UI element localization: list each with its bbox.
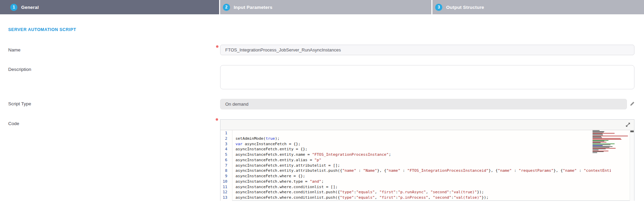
line-number: 2 xyxy=(220,136,232,141)
code-line: 10asyncInstanceFetch.where.type = "and"; xyxy=(220,179,611,184)
description-textarea[interactable] xyxy=(220,65,634,89)
line-number: 10 xyxy=(220,179,232,184)
code-editor: 12setAdminMode(true);3var asyncInstanceF… xyxy=(220,119,634,201)
code-line: 7asyncInstanceFetch.entity.attributelist… xyxy=(220,163,611,168)
step-general[interactable]: 1 General xyxy=(0,0,219,14)
server-automation-script-page: 1 General 2 Input Parameters 3 Output St… xyxy=(0,0,644,212)
code-line: 3var asyncInstanceFetch = {}; xyxy=(220,141,611,147)
required-indicator-icon xyxy=(216,118,218,121)
line-number: 3 xyxy=(220,141,232,147)
line-number: 11 xyxy=(220,184,232,190)
line-number: 4 xyxy=(220,147,232,152)
line-number: 9 xyxy=(220,173,232,179)
code-line: 9asyncInstanceFetch.where = {}; xyxy=(220,173,611,179)
section-title: SERVER AUTOMATION SCRIPT xyxy=(8,27,76,32)
code-editor-body[interactable]: 12setAdminMode(true);3var asyncInstanceF… xyxy=(220,130,634,201)
editor-vertical-scrollbar[interactable] xyxy=(630,130,634,201)
line-number: 12 xyxy=(220,190,232,195)
code-minimap[interactable] xyxy=(590,130,630,154)
scrollbar-thumb[interactable] xyxy=(630,131,634,132)
required-indicator-icon xyxy=(216,45,218,48)
expand-icon xyxy=(626,122,630,127)
code-line: 6asyncInstanceFetch.entity.alias = "p" xyxy=(220,157,611,163)
line-number: 8 xyxy=(220,168,232,173)
step-1-label: General xyxy=(21,5,39,10)
step-input-parameters[interactable]: 2 Input Parameters xyxy=(220,0,432,14)
step-3-badge: 3 xyxy=(435,4,442,11)
name-label: Name xyxy=(8,47,20,52)
script-type-label: Script Type xyxy=(8,101,31,106)
code-line: 5asyncInstanceFetch.entity.name = "FTOS_… xyxy=(220,152,611,157)
code-line: 8asyncInstanceFetch.entity.attributelist… xyxy=(220,168,611,173)
code-editor-toolbar xyxy=(220,120,634,130)
line-number: 13 xyxy=(220,195,232,200)
line-number: 5 xyxy=(220,152,232,157)
description-label: Description xyxy=(8,67,31,72)
step-2-badge: 2 xyxy=(223,4,230,11)
code-line: 11asyncInstanceFetch.where.conditionlist… xyxy=(220,184,611,190)
line-number: 1 xyxy=(220,131,232,136)
line-number: 7 xyxy=(220,163,232,168)
step-output-structure[interactable]: 3 Output Structure xyxy=(432,0,644,14)
step-3-label: Output Structure xyxy=(446,5,484,10)
code-line: 2setAdminMode(true); xyxy=(220,136,611,141)
code-line: 13asyncInstanceFetch.where.conditionlist… xyxy=(220,195,611,200)
code-label: Code xyxy=(8,121,19,126)
step-2-label: Input Parameters xyxy=(234,5,273,10)
wizard-step-bar: 1 General 2 Input Parameters 3 Output St… xyxy=(0,0,644,14)
script-type-field: On demand xyxy=(220,99,627,109)
script-type-edit-button[interactable] xyxy=(629,101,635,107)
name-input[interactable] xyxy=(220,45,634,55)
code-line: 12asyncInstanceFetch.where.conditionlist… xyxy=(220,190,611,195)
code-line: 1 xyxy=(220,131,611,136)
expand-editor-button[interactable] xyxy=(625,122,631,127)
pencil-icon xyxy=(630,101,635,106)
step-1-badge: 1 xyxy=(10,4,17,11)
code-line: 4asyncInstanceFetch.entity = {}; xyxy=(220,147,611,152)
line-number: 6 xyxy=(220,157,232,163)
code-lines: 12setAdminMode(true);3var asyncInstanceF… xyxy=(220,130,611,200)
